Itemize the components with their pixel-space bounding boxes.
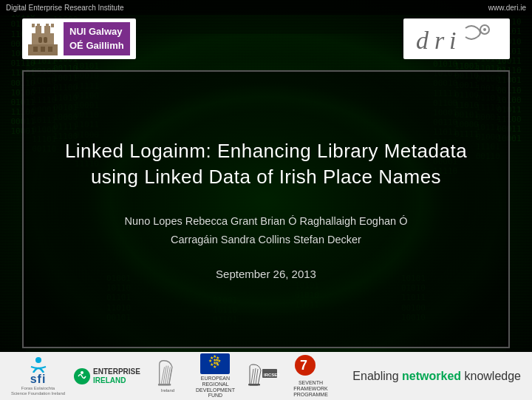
svg-rect-8 bbox=[48, 47, 52, 52]
enterprise-ireland-icon bbox=[74, 368, 90, 384]
seventh-framework-logo: 7 SEVENTH FRAMEWORKPROGRAMME bbox=[290, 354, 331, 397]
dri-logo-svg: d r i bbox=[412, 22, 501, 55]
enterprise-ireland-logo: ENTERPRISE IRELAND bbox=[74, 367, 140, 385]
irish-gov-logo: Ireland bbox=[149, 359, 186, 393]
eu-logo: ★ ★ ★ ★ ★ ★ ★ ★ ★ ★ ★ ★ EUROPEAN REGIONA… bbox=[195, 353, 236, 399]
slide-title: Linked Logainm: Enhancing Library Metada… bbox=[65, 138, 467, 190]
svg-rect-9 bbox=[32, 24, 35, 27]
svg-rect-26 bbox=[158, 384, 171, 386]
gov-text: Ireland bbox=[161, 388, 174, 393]
sfi-logo: sfi Foras EolaíochtaScience Foundation I… bbox=[11, 356, 65, 396]
slide-container: 0100110110011011101000101100110111011001… bbox=[0, 0, 532, 400]
svg-rect-1 bbox=[32, 33, 54, 44]
svg-rect-4 bbox=[38, 37, 42, 43]
eu-text: EUROPEAN REGIONALDEVELOPMENT FUND bbox=[195, 376, 236, 399]
footer-bar: sfi Foras EolaíochtaScience Foundation I… bbox=[0, 352, 532, 400]
ircset-icon: IRCSET bbox=[246, 363, 279, 389]
svg-line-41 bbox=[253, 368, 256, 384]
svg-point-17 bbox=[483, 28, 486, 31]
svg-point-18 bbox=[35, 357, 41, 363]
sfi-text: sfi bbox=[30, 373, 47, 386]
date-text: September 26, 2013 bbox=[216, 268, 316, 280]
svg-text:d: d bbox=[416, 27, 429, 54]
framework-icon: 7 bbox=[294, 354, 327, 380]
dri-logo: d r i bbox=[403, 18, 510, 59]
ircset-logo: IRCSET bbox=[245, 363, 282, 389]
svg-rect-6 bbox=[33, 47, 38, 52]
svg-rect-12 bbox=[51, 24, 54, 27]
svg-line-42 bbox=[256, 369, 258, 384]
nui-galway-logo: NUI Galway OÉ Gaillimh bbox=[22, 18, 136, 59]
ei-swirl-icon bbox=[74, 368, 90, 384]
svg-point-20 bbox=[81, 371, 83, 374]
framework-text: SEVENTH FRAMEWORKPROGRAMME bbox=[290, 380, 331, 397]
svg-rect-7 bbox=[41, 47, 45, 52]
svg-text:IRCSET: IRCSET bbox=[264, 373, 279, 377]
svg-text:★: ★ bbox=[215, 361, 219, 365]
tagline: Enabling networked knowledge bbox=[352, 370, 521, 383]
content-box: Linked Logainm: Enhancing Library Metada… bbox=[22, 70, 510, 348]
enterprise-ireland-text: ENTERPRISE IRELAND bbox=[93, 367, 140, 385]
svg-text:7: 7 bbox=[300, 358, 307, 373]
header-left-text: Digital Enterprise Research Institute bbox=[6, 4, 124, 12]
svg-line-40 bbox=[251, 369, 253, 384]
sfi-sub-text: Foras EolaíochtaScience Foundation Irela… bbox=[11, 386, 65, 396]
harp-icon bbox=[154, 359, 180, 388]
nui-logo-text: NUI Galway OÉ Gaillimh bbox=[64, 22, 130, 55]
svg-rect-5 bbox=[44, 37, 47, 43]
svg-text:i: i bbox=[449, 27, 456, 54]
header-right-text: www.deri.ie bbox=[488, 4, 526, 12]
top-header: Digital Enterprise Research Institute ww… bbox=[0, 0, 532, 15]
eu-flag-icon: ★ ★ ★ ★ ★ ★ ★ ★ ★ ★ ★ ★ bbox=[200, 353, 230, 374]
svg-rect-43 bbox=[248, 384, 260, 386]
top-logos: NUI Galway OÉ Gaillimh d r i bbox=[0, 18, 532, 59]
sfi-icon bbox=[27, 356, 50, 373]
svg-rect-11 bbox=[46, 24, 49, 27]
svg-text:r: r bbox=[434, 27, 445, 54]
authors-text: Nuno Lopes Rebecca Grant Brian Ó Raghall… bbox=[125, 212, 408, 248]
svg-rect-10 bbox=[37, 24, 40, 27]
nui-building-icon bbox=[28, 22, 58, 55]
